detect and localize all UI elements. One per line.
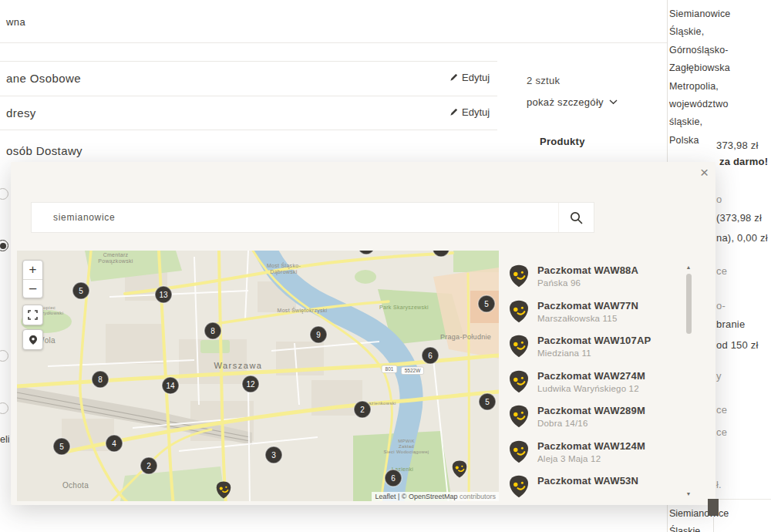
scroll-down-arrow[interactable]: ▼ (685, 491, 692, 497)
section-divider (0, 130, 497, 130)
locker-address: Dobra 14/16 (537, 419, 645, 428)
map-cluster-marker[interactable]: 9 (310, 326, 327, 343)
svg-text:9: 9 (316, 331, 321, 339)
locker-address: Ludwika Waryńskiego 12 (537, 384, 645, 393)
map-cluster-marker[interactable]: 2 (140, 457, 157, 474)
scrollbar-thumb[interactable] (686, 274, 692, 334)
svg-text:5: 5 (484, 300, 489, 308)
show-details-label: pokaż szczegóły (527, 96, 604, 108)
map-cluster-marker[interactable]: 6 (385, 470, 402, 487)
products-row-label: Produkty (540, 136, 585, 147)
location-suggestion-item[interactable]: SiemianowiceŚląskie,Górnośląsko-Zagłębio… (669, 5, 731, 150)
map-cluster-marker[interactable]: 12 (242, 375, 259, 392)
openstreetmap-link[interactable]: OpenStreetMap (409, 493, 458, 500)
section-personal-data: ane Osobowe (6, 72, 81, 85)
zoom-out-button[interactable]: − (23, 279, 42, 298)
paczkomat-icon (509, 440, 529, 463)
map-zoom-control: + − (22, 260, 43, 298)
map-cluster-marker[interactable]: 14 (162, 377, 179, 394)
edit-personal-data-button[interactable]: Edytuj (449, 72, 490, 83)
summary-fragment: (373,98 zł (716, 212, 762, 224)
locker-item[interactable]: Paczkomat WAW88A Pańska 96 (509, 264, 683, 300)
locker-address: Miedziana 11 (537, 348, 651, 358)
map-cluster-marker[interactable]: 5 (479, 393, 496, 410)
locate-button[interactable] (22, 329, 43, 350)
delivery-option-radio[interactable] (0, 402, 8, 414)
fullscreen-icon (28, 310, 38, 320)
location-suggestion-item-2[interactable]: SiemianowiceŚląskie, (669, 505, 729, 532)
map-label: Dąbrowski (270, 269, 298, 275)
close-icon[interactable]: × (700, 165, 709, 180)
svg-text:5: 5 (59, 443, 64, 451)
chevron-down-icon (609, 99, 618, 105)
cart-quantity: 2 sztuk (527, 75, 560, 86)
map-cluster-marker[interactable]: 4 (106, 435, 123, 452)
locker-search-input[interactable] (32, 203, 558, 232)
map-canvas[interactable]: 8015522W CmentarzPowązkowskiKopiecMoczyd… (17, 251, 499, 501)
summary-fragment: branie (716, 318, 745, 330)
locker-item[interactable]: Paczkomat WAW274M Ludwika Waryńskiego 12 (509, 370, 683, 406)
svg-text:3: 3 (271, 451, 276, 460)
paczkomat-picker-modal: × (11, 162, 715, 505)
locker-item[interactable]: Paczkomat WAW77N Marszałkowska 115 (509, 300, 683, 335)
fullscreen-button[interactable] (22, 305, 43, 325)
svg-text:12: 12 (246, 380, 255, 389)
svg-text:6: 6 (391, 474, 396, 483)
summary-fragment: od 150 zł (716, 339, 759, 351)
map-cluster-marker[interactable]: 5 (478, 295, 495, 312)
map-cluster-marker[interactable]: 13 (155, 286, 172, 303)
map-label: Warszawa (214, 361, 263, 370)
map-label: Park Skaryszewski (379, 305, 429, 311)
locker-item[interactable]: Paczkomat WAW107AP Miedziana 11 (509, 335, 683, 370)
svg-text:8: 8 (98, 375, 103, 384)
delivery-option-radio[interactable] (0, 188, 8, 200)
svg-text:5: 5 (485, 398, 490, 406)
map-cluster-marker[interactable]: 3 (265, 446, 282, 463)
show-details-toggle[interactable]: pokaż szczegóły (527, 96, 618, 108)
locker-name: Paczkomat WAW107AP (537, 335, 651, 346)
breadcrumb: wna (6, 16, 25, 28)
map-label: MPWiK (398, 439, 415, 443)
summary-fragment: y (716, 370, 722, 382)
map-label: Powązkowski (98, 258, 133, 264)
map-cluster-marker[interactable]: 6 (422, 347, 439, 364)
section-addresses: dresy (6, 106, 36, 120)
delivery-option-radio[interactable] (0, 350, 8, 362)
locker-name: Paczkomat WAW88A (537, 264, 638, 276)
locker-address: Pańska 96 (537, 278, 638, 288)
locker-item[interactable]: Paczkomat WAW289M Dobra 14/16 (509, 405, 683, 440)
map-label: Most Świętokrzyski (278, 307, 328, 314)
map-cluster-marker[interactable]: 2 (354, 401, 371, 418)
locker-item[interactable]: Paczkomat WAW124M Aleja 3 Maja 12 (509, 440, 683, 476)
locker-name: Paczkomat WAW289M (537, 405, 645, 416)
locker-name: Paczkomat WAW124M (537, 440, 645, 452)
section-divider (0, 61, 497, 62)
leaflet-link[interactable]: Leaflet (375, 493, 396, 500)
pencil-icon (449, 108, 458, 116)
paczkomat-icon (509, 370, 529, 393)
scroll-up-arrow[interactable]: ▲ (685, 264, 692, 271)
map-tiles: 8015522W CmentarzPowązkowskiKopiecMoczyd… (17, 251, 499, 501)
map-cluster-marker[interactable]: 5 (53, 438, 70, 455)
search-icon (570, 211, 583, 224)
edit-label: Edytuj (462, 72, 490, 83)
map-cluster-marker[interactable]: 8 (92, 371, 109, 388)
map-label: Praga-Południe (440, 333, 491, 341)
edit-addresses-button[interactable]: Edytuj (449, 106, 490, 118)
search-button[interactable] (558, 203, 594, 232)
page-scrollbar-thumb[interactable] (708, 499, 719, 516)
locker-item[interactable]: Paczkomat WAW53N (509, 475, 683, 497)
map-label: Zakład (399, 444, 414, 449)
map-cluster-marker[interactable]: 8 (204, 322, 221, 339)
checkout-page: wna ane Osobowe dresy osób Dostawy Edytu… (0, 0, 771, 532)
svg-text:13: 13 (159, 291, 168, 299)
delivery-option-radio-selected[interactable] (0, 240, 8, 251)
locker-list: Paczkomat WAW88A Pańska 96 Paczkomat WAW… (509, 264, 683, 497)
summary-fragment: za darmo! (719, 156, 768, 167)
summary-fragment: ce (716, 404, 727, 416)
map-label: Sieci Wodociągowej (384, 450, 429, 454)
map-cluster-marker[interactable]: 5 (72, 282, 89, 299)
zoom-in-button[interactable]: + (23, 261, 42, 279)
section-delivery-method: osób Dostawy (6, 144, 82, 157)
map-label: Most Śląsko- (267, 262, 301, 269)
